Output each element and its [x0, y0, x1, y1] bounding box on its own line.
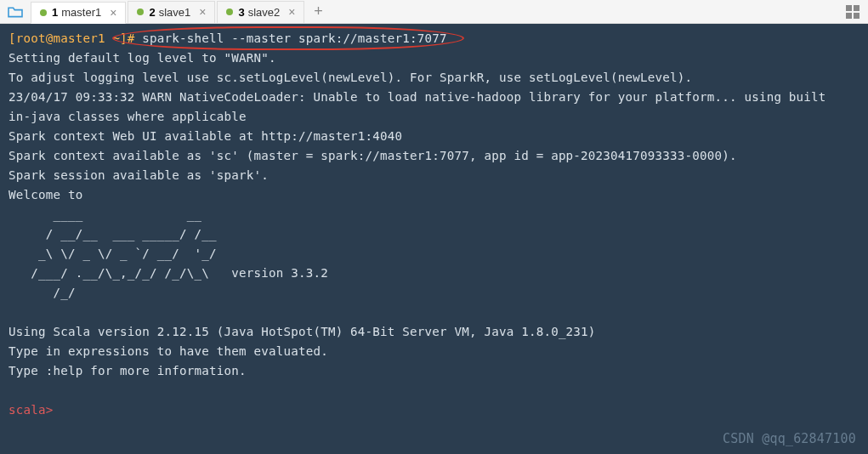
layout-grid-icon[interactable] [841, 3, 865, 21]
tab-number: 3 [238, 6, 244, 19]
close-icon[interactable]: × [288, 5, 295, 19]
folder-icon[interactable] [3, 3, 27, 21]
tab-slave1[interactable]: 2slave1× [128, 1, 215, 23]
shell-command: spark-shell --master spark://master1:707… [142, 31, 446, 45]
tab-master1[interactable]: 1master1× [31, 2, 126, 24]
terminal-output: Setting default log level to "WARN". To … [9, 51, 826, 377]
tab-number: 1 [52, 6, 58, 19]
watermark: CSDN @qq_62847100 [723, 429, 856, 449]
add-tab-button[interactable]: + [306, 1, 330, 23]
shell-prompt: [root@master1 ~]# [9, 31, 142, 45]
tab-label: master1 [61, 6, 101, 19]
status-dot-icon [226, 9, 233, 15]
close-icon[interactable]: × [199, 5, 206, 19]
terminal-pane[interactable]: [root@master1 ~]# spark-shell --master s… [0, 24, 868, 454]
scala-prompt[interactable]: scala> [9, 403, 60, 417]
status-dot-icon [40, 9, 47, 16]
tab-label: slave2 [248, 6, 281, 19]
status-dot-icon [137, 9, 144, 15]
svg-rect-0 [846, 5, 852, 11]
tab-slave2[interactable]: 3slave2× [217, 1, 304, 23]
tab-number: 2 [149, 6, 155, 19]
svg-rect-2 [846, 13, 852, 19]
tab-label: slave1 [159, 6, 191, 19]
close-icon[interactable]: × [110, 6, 116, 20]
svg-rect-3 [854, 13, 859, 19]
svg-rect-1 [854, 5, 859, 11]
tab-bar: 1master1×2slave1×3slave2× + [0, 0, 868, 24]
